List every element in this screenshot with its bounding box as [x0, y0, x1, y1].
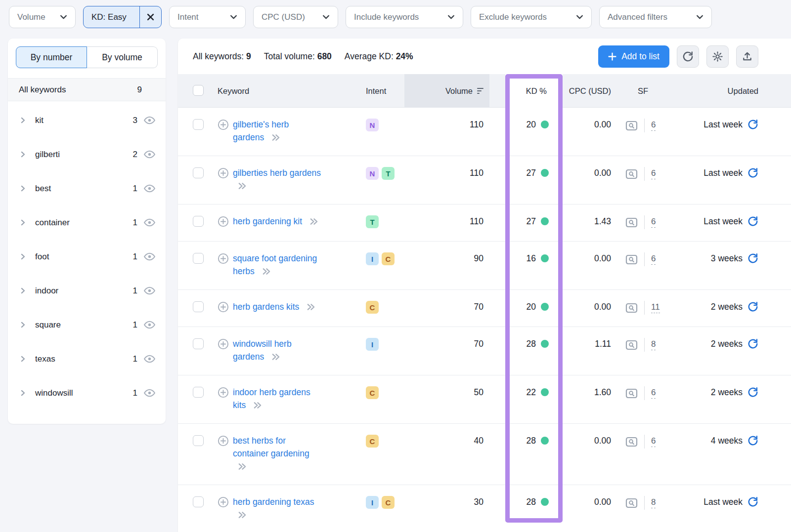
sidebar-group-foot[interactable]: foot1: [8, 240, 166, 274]
expand-keyword-icon[interactable]: [306, 303, 315, 311]
add-keyword-icon[interactable]: [218, 387, 229, 398]
add-keyword-icon[interactable]: [218, 301, 229, 313]
add-keyword-icon[interactable]: [218, 435, 229, 447]
chevron-right-icon[interactable]: [19, 321, 27, 329]
keyword-link[interactable]: windowsill herb gardens: [233, 339, 292, 362]
row-checkbox[interactable]: [193, 167, 204, 178]
filter-include-keywords[interactable]: Include keywords: [346, 6, 463, 28]
sidebar-group-kit[interactable]: kit3: [8, 103, 166, 137]
column-keyword[interactable]: Keyword: [218, 86, 361, 96]
tab-by-number[interactable]: By number: [16, 46, 87, 68]
sidebar-group-texas[interactable]: texas1: [8, 342, 166, 376]
sidebar-group-square[interactable]: square1: [8, 308, 166, 342]
refresh-table-button[interactable]: [677, 45, 699, 68]
eye-icon[interactable]: [143, 182, 156, 195]
column-cpc[interactable]: CPC (USD): [563, 86, 614, 96]
sf-count-link[interactable]: 6: [651, 217, 656, 228]
eye-icon[interactable]: [143, 114, 156, 126]
row-checkbox[interactable]: [193, 435, 204, 446]
filter-intent[interactable]: Intent: [169, 6, 246, 28]
add-keyword-icon[interactable]: [218, 253, 229, 264]
eye-icon[interactable]: [143, 285, 156, 297]
chevron-right-icon[interactable]: [19, 184, 27, 193]
add-keyword-icon[interactable]: [218, 119, 229, 130]
refresh-metrics-icon[interactable]: [747, 301, 758, 312]
add-keyword-icon[interactable]: [218, 167, 229, 179]
sidebar-group-gilberti[interactable]: gilberti2: [8, 137, 166, 171]
chevron-right-icon[interactable]: [19, 252, 27, 261]
sf-count-link[interactable]: 6: [651, 388, 656, 399]
chevron-right-icon[interactable]: [19, 355, 27, 363]
row-checkbox[interactable]: [193, 338, 204, 349]
serp-preview-icon[interactable]: [625, 388, 638, 399]
chevron-right-icon[interactable]: [19, 150, 27, 159]
eye-icon[interactable]: [143, 148, 156, 161]
select-all-checkbox[interactable]: [193, 85, 204, 96]
keyword-link[interactable]: herb gardens kits: [233, 302, 299, 312]
keyword-link[interactable]: gilbertie's herb gardens: [233, 120, 289, 142]
chevron-right-icon[interactable]: [19, 218, 27, 227]
column-intent[interactable]: Intent: [361, 86, 404, 96]
remove-kd-filter-button[interactable]: [139, 6, 161, 28]
sidebar-group-indoor[interactable]: indoor1: [8, 274, 166, 308]
table-settings-button[interactable]: [706, 45, 729, 68]
eye-icon[interactable]: [143, 387, 156, 399]
filter-volume[interactable]: Volume: [9, 6, 76, 28]
serp-preview-icon[interactable]: [625, 498, 638, 508]
column-kd[interactable]: KD %: [489, 86, 563, 96]
serp-preview-icon[interactable]: [625, 437, 638, 447]
chevron-right-icon[interactable]: [19, 286, 27, 295]
refresh-metrics-icon[interactable]: [747, 216, 758, 227]
chevron-right-icon[interactable]: [19, 389, 27, 397]
add-keyword-icon[interactable]: [218, 496, 229, 508]
sf-count-link[interactable]: 8: [651, 339, 656, 350]
eye-icon[interactable]: [143, 353, 156, 365]
expand-keyword-icon[interactable]: [309, 217, 318, 226]
expand-keyword-icon[interactable]: [237, 462, 247, 471]
row-checkbox[interactable]: [193, 301, 204, 312]
sidebar-group-container[interactable]: container1: [8, 205, 166, 240]
keyword-link[interactable]: square foot gardening herbs: [233, 253, 317, 276]
filter-kd-active[interactable]: KD: Easy: [83, 6, 162, 28]
sf-count-link[interactable]: 6: [651, 120, 656, 131]
keyword-link[interactable]: best herbs for container gardening: [233, 436, 309, 458]
expand-keyword-icon[interactable]: [237, 511, 247, 519]
eye-icon[interactable]: [143, 250, 156, 263]
refresh-metrics-icon[interactable]: [747, 253, 758, 264]
serp-preview-icon[interactable]: [625, 169, 638, 179]
sf-count-link[interactable]: 6: [651, 436, 656, 447]
keyword-link[interactable]: indoor herb gardens kits: [233, 387, 310, 410]
row-checkbox[interactable]: [193, 496, 204, 507]
filter-advanced[interactable]: Advanced filters: [599, 6, 712, 28]
filter-exclude-keywords[interactable]: Exclude keywords: [471, 6, 592, 28]
all-keywords-row[interactable]: All keywords 9: [8, 78, 166, 101]
sidebar-group-windowsill[interactable]: windowsill1: [8, 376, 166, 410]
sf-count-link[interactable]: 11: [651, 302, 660, 313]
serp-preview-icon[interactable]: [625, 303, 638, 313]
expand-keyword-icon[interactable]: [271, 353, 280, 361]
keyword-link[interactable]: herb gardening kit: [233, 216, 302, 226]
column-volume-sorted[interactable]: Volume: [404, 74, 489, 108]
refresh-metrics-icon[interactable]: [747, 167, 758, 178]
serp-preview-icon[interactable]: [625, 340, 638, 350]
row-checkbox[interactable]: [193, 387, 204, 398]
eye-icon[interactable]: [143, 319, 156, 331]
sf-count-link[interactable]: 8: [651, 497, 656, 508]
column-sf[interactable]: SF: [614, 86, 678, 96]
keyword-link[interactable]: gilberties herb gardens: [233, 168, 321, 178]
chevron-right-icon[interactable]: [19, 116, 27, 124]
refresh-metrics-icon[interactable]: [747, 387, 758, 398]
keyword-link[interactable]: herb gardening texas: [233, 497, 314, 507]
expand-keyword-icon[interactable]: [262, 267, 271, 276]
expand-keyword-icon[interactable]: [237, 182, 247, 190]
serp-preview-icon[interactable]: [625, 254, 638, 265]
eye-icon[interactable]: [143, 216, 156, 229]
row-checkbox[interactable]: [193, 216, 204, 227]
refresh-metrics-icon[interactable]: [747, 338, 758, 349]
filter-cpc[interactable]: CPC (USD): [253, 6, 338, 28]
refresh-metrics-icon[interactable]: [747, 119, 758, 130]
tab-by-volume[interactable]: By volume: [87, 46, 158, 68]
add-to-list-button[interactable]: Add to list: [598, 45, 669, 68]
refresh-metrics-icon[interactable]: [747, 435, 758, 446]
row-checkbox[interactable]: [193, 253, 204, 264]
